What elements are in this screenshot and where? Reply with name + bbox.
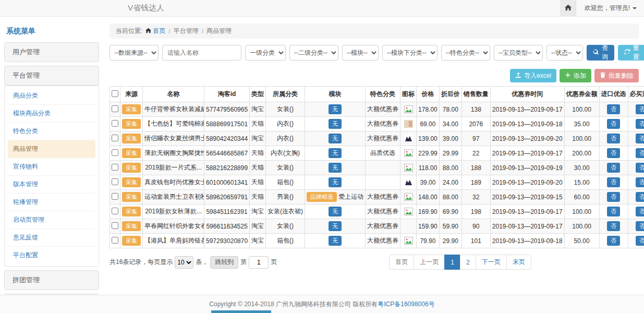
product-icon [404,208,413,215]
module-cell: 无 [305,219,366,234]
import-select-badge[interactable]: 否 [607,119,620,128]
filter-select[interactable]: --宝贝类型-- [494,45,543,61]
batch-delete-button[interactable]: 批量删除 [594,69,639,82]
per-page-select[interactable]: 10 [175,256,193,269]
module-badge: 无 [329,104,342,114]
sidebar-item[interactable]: 商品管理 [8,140,95,158]
sidebar-item[interactable]: 宣传物料 [8,158,95,176]
must-buy-badge[interactable]: 否 [636,221,644,231]
sidebar-group-header[interactable]: 平台管理 [4,66,99,86]
must-buy-badge[interactable]: 否 [636,134,644,143]
sidebar-item[interactable]: 商品分类 [8,87,95,105]
column-header: 折后价 [439,87,461,102]
top-navbar: V省钱达人 欢迎您，管理员! [0,0,644,17]
must-buy-badge[interactable]: 否 [636,148,644,158]
page-number-input[interactable] [249,256,269,269]
jump-button[interactable]: 跳转到 [210,256,238,269]
must-buy-badge[interactable]: 否 [636,119,644,128]
import-select-badge[interactable]: 否 [607,177,620,187]
home-button[interactable] [561,0,576,16]
source-cell: 采集 [120,190,143,204]
module-badge: 无 [329,221,342,231]
product-name: 【七色纺】可爱纯棉家... [143,117,204,131]
row-checkbox[interactable] [112,178,118,185]
row-checkbox[interactable] [112,193,118,200]
row-checkbox[interactable] [112,120,118,127]
icon-cell [400,117,417,131]
source-cell: 采集 [120,117,143,131]
product-category: 内衣(文胸) [266,146,305,161]
sidebar-item[interactable]: 版本管理 [8,176,95,194]
sidebar-item[interactable]: 平台配置 [8,247,95,264]
sidebar-item[interactable]: 轮播管理 [8,194,95,211]
row-checkbox[interactable] [112,105,118,112]
must-buy-badge[interactable]: 否 [636,207,644,216]
row-checkbox[interactable] [112,237,118,244]
row-checkbox[interactable] [112,164,118,171]
sidebar-item[interactable]: 启动页管理 [8,211,95,229]
page-button[interactable]: 2 [460,255,476,270]
table-row: 采集牛仔背带裤女秋装减龄...577479560965淘宝女装()无大额优惠券1… [110,102,644,117]
page-button[interactable]: 1 [444,255,460,270]
row-checkbox[interactable] [112,222,118,229]
source-badge: 采集 [122,134,141,143]
import-select-badge[interactable]: 否 [607,236,620,245]
filter-select[interactable]: --特色分类-- [441,45,490,61]
import-excel-button[interactable]: 导入excel [510,69,556,82]
import-select-badge[interactable]: 否 [607,163,620,172]
import-select-badge[interactable]: 否 [607,148,620,158]
home-icon [565,4,572,13]
module-text: 爱上运动 [338,193,363,200]
module-cell: 无 [305,161,366,175]
feature-category: 大额优惠券 [366,117,400,131]
must-buy-badge[interactable]: 否 [636,163,644,172]
filter-select[interactable]: --二级分类-- [289,45,338,61]
name-search-input[interactable] [162,45,241,61]
page-button[interactable]: 末页 [506,255,531,270]
must-buy-badge[interactable]: 否 [636,236,644,245]
add-button[interactable]: 添加 [560,69,591,82]
row-checkbox[interactable] [112,208,118,214]
must-buy-badge[interactable]: 否 [636,192,644,201]
import-select-badge[interactable]: 否 [607,134,620,143]
filter-select[interactable]: --模块下分类-- [382,45,438,61]
product-name: 2019新款女秋薄款... [143,204,204,219]
row-checkbox[interactable] [112,149,118,156]
sidebar-item[interactable]: 特色分类 [8,123,95,140]
sidebar-submenu: 商品分类模块商品分类特色分类商品管理宣传物料版本管理轮播管理启动页管理意见反馈平… [4,86,99,267]
source-badge: 采集 [122,221,141,231]
select-all-checkbox[interactable] [112,90,118,97]
feature-category: 大额优惠券 [366,204,400,219]
icp-link[interactable]: 粤ICP备16098006号 [378,300,434,309]
table-row: 采集情侣睡衣女夏丝绸男士...589042420344淘宝内衣()无大额优惠券1… [110,131,644,146]
column-header: 销售数量 [461,87,490,102]
price: 178.00 [417,102,440,117]
reset-button[interactable]: 重置 [618,45,644,61]
module-badge: 无 [329,148,342,158]
row-select-cell [110,175,120,190]
pagination-info: 共16条记录，每页显示 10 条， 跳转到 第 页 [110,256,277,269]
product-icon [404,164,413,172]
must-buy-badge[interactable]: 否 [636,104,644,114]
import-select-badge[interactable]: 否 [607,104,620,114]
sidebar-item[interactable]: 模块商品分类 [8,105,95,123]
product-type: 天猫 [250,161,266,175]
user-menu[interactable]: 欢迎您，管理员! [576,4,644,13]
page-button[interactable]: 下一页 [476,255,507,270]
feature-category: 大额优惠券 [366,102,400,117]
row-checkbox[interactable] [112,135,118,141]
sidebar-group-header[interactable]: 用户管理 [4,42,99,62]
must-buy-badge[interactable]: 否 [636,177,644,187]
breadcrumb-home-link[interactable]: 首页 [145,27,165,35]
import-select-badge[interactable]: 否 [607,207,620,216]
filter-select[interactable]: --状态-- [546,45,583,61]
filter-select[interactable]: 一级分类 [245,45,286,61]
import-select-badge[interactable]: 否 [607,221,620,231]
filter-select[interactable]: --数据来源-- [110,45,159,61]
table-row: 采集2019新款女秋薄款...598451162391淘宝女装(连衣裙)无大额优… [110,204,644,219]
search-button[interactable]: 查询 [587,45,614,61]
sidebar-group-header[interactable]: 拼团管理 [4,270,99,290]
sidebar-item[interactable]: 意见反馈 [8,229,95,247]
import-select-badge[interactable]: 否 [607,192,620,201]
filter-select[interactable]: --模块-- [342,45,379,61]
